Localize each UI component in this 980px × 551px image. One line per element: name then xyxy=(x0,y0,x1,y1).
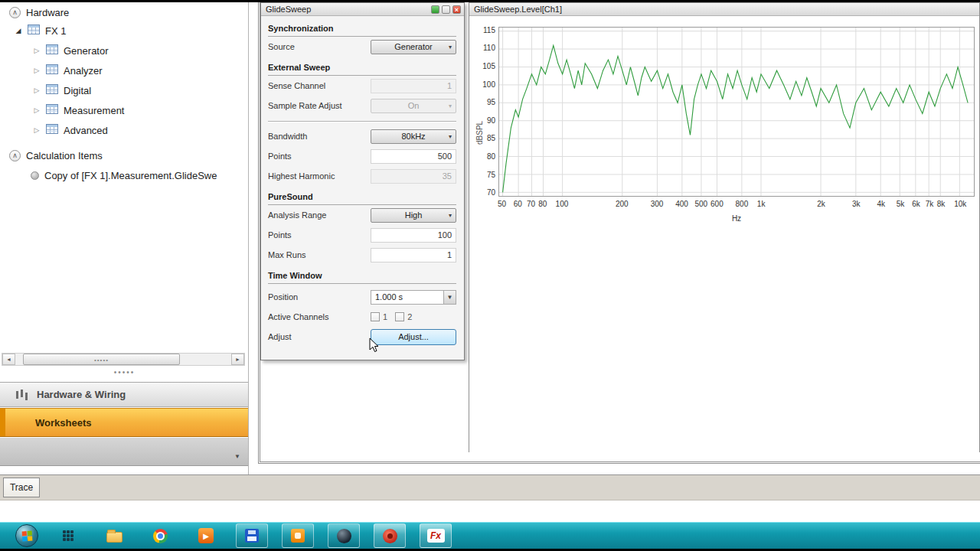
chart-titlebar[interactable]: GlideSweep.Level[Ch1] xyxy=(469,3,979,16)
points-label: Points xyxy=(268,152,371,161)
expander-collapsed-icon[interactable]: ▷ xyxy=(32,106,41,114)
tree-item-copy-glidesweep[interactable]: Copy of [FX 1].Measurement.GlideSwe xyxy=(0,165,248,185)
tree-item-analyzer[interactable]: ▷ Analyzer xyxy=(0,60,248,80)
divider xyxy=(268,121,456,122)
settings-title: GlideSweep xyxy=(266,5,311,14)
chevron-down-icon[interactable]: ▼ xyxy=(234,453,240,460)
nav-overflow-bar[interactable]: ▼ xyxy=(0,438,248,466)
chart-body: dBSPL 707580859095100105110115 506070801… xyxy=(469,16,979,452)
x-tick-label: 1k xyxy=(757,200,766,208)
chevron-down-icon: ▾ xyxy=(449,133,452,140)
expander-collapsed-icon[interactable]: ▷ xyxy=(32,47,41,54)
glidesweep-level-window: GlideSweep.Level[Ch1] dBSPL 707580859095… xyxy=(469,2,980,452)
bandwidth-dropdown[interactable]: 80kHz ▾ xyxy=(371,129,456,144)
close-icon[interactable]: × xyxy=(452,5,461,14)
project-tree-panel: ∧ Hardware ◢ FX 1 ▷ Generator ▷ xyxy=(0,2,249,474)
tree-item-advanced[interactable]: ▷ Advanced xyxy=(0,120,248,140)
max-runs-field[interactable]: 1 xyxy=(371,248,456,262)
tree-item-generator[interactable]: ▷ Generator xyxy=(0,41,248,60)
y-tick-label: 90 xyxy=(469,116,495,125)
fx-app-icon: Fx xyxy=(427,529,445,543)
source-dropdown[interactable]: Generator ▾ xyxy=(371,40,456,54)
taskbar-item-dark-sphere-app[interactable] xyxy=(328,523,360,548)
taskbar-item-orange-app[interactable] xyxy=(282,523,314,548)
sense-channel-field: 1 xyxy=(371,79,456,93)
x-tick-label: 2k xyxy=(817,200,825,208)
y-tick-label: 95 xyxy=(469,98,495,106)
x-tick-label: 4k xyxy=(877,200,885,208)
x-tick-label: 8k xyxy=(937,200,946,208)
chevron-down-icon: ▾ xyxy=(449,103,452,109)
scrollbar-thumb[interactable]: ••••• xyxy=(23,354,180,365)
form-row-position: Position 1.000 s ▼ xyxy=(268,287,456,307)
tree-item-hardware[interactable]: ∧ Hardware xyxy=(0,4,248,21)
x-tick-label: 600 xyxy=(710,200,724,208)
expander-collapsed-icon[interactable]: ▷ xyxy=(32,126,41,134)
analysis-range-value: High xyxy=(405,210,423,220)
collapse-toggle-icon[interactable]: ∧ xyxy=(9,7,21,18)
settings-form: Synchronization Source Generator ▾ Exter… xyxy=(261,16,464,347)
taskbar-item-fx-app[interactable]: Fx xyxy=(420,523,452,548)
scroll-left-button[interactable]: ◄ xyxy=(2,354,15,365)
table-icon xyxy=(46,124,58,136)
form-row-active-channels: Active Channels 1 2 xyxy=(268,307,456,327)
tree-item-label: Generator xyxy=(64,45,109,57)
start-button[interactable] xyxy=(15,524,38,547)
taskbar-item-media-player[interactable]: ▶ xyxy=(190,523,222,548)
table-icon xyxy=(46,84,58,96)
y-tick-label: 70 xyxy=(469,188,495,197)
bandwidth-label: Bandwidth xyxy=(268,132,371,141)
collapse-toggle-icon[interactable]: ∧ xyxy=(9,150,21,161)
chevron-down-icon: ▾ xyxy=(449,44,452,51)
tab-trace[interactable]: Trace xyxy=(3,478,40,497)
tree-item-calculation-items[interactable]: ∧ Calculation Items xyxy=(0,145,248,165)
taskbar-item-chrome[interactable] xyxy=(144,523,176,548)
horizontal-scrollbar[interactable]: ◄ ••••• ► xyxy=(2,353,245,366)
nav-worksheets[interactable]: Worksheets xyxy=(0,408,248,437)
scrollbar-track[interactable]: ••••• xyxy=(15,354,231,365)
expander-expanded-icon[interactable]: ◢ xyxy=(14,27,23,34)
y-tick-label: 80 xyxy=(469,152,495,161)
active-channels-group: 1 2 xyxy=(371,310,456,324)
puresound-points-field[interactable]: 100 xyxy=(371,228,456,243)
splitter-handle[interactable]: ••••• xyxy=(0,369,249,377)
chart-plot-area xyxy=(498,27,975,197)
x-tick-label: 400 xyxy=(675,200,688,208)
points-field[interactable]: 500 xyxy=(371,149,456,164)
channel-2-checkbox[interactable] xyxy=(395,312,404,321)
taskbar-item-explorer[interactable] xyxy=(98,523,130,548)
tree-item-digital[interactable]: ▷ Digital xyxy=(0,80,248,100)
adjust-button[interactable]: Adjust... xyxy=(371,329,456,345)
float-button[interactable] xyxy=(442,5,450,14)
x-tick-label: 7k xyxy=(926,200,934,208)
expander-collapsed-icon[interactable]: ▷ xyxy=(32,67,41,74)
section-puresound: PureSound xyxy=(268,192,456,205)
tree-item-measurement[interactable]: ▷ Measurement xyxy=(0,100,248,120)
chevron-down-icon: ▾ xyxy=(449,212,452,219)
dark-sphere-icon xyxy=(337,529,351,543)
section-external-sweep: External Sweep xyxy=(268,63,456,76)
nav-hardware-wiring[interactable]: Hardware & Wiring xyxy=(0,382,248,407)
position-label: Position xyxy=(268,292,371,302)
settings-titlebar[interactable]: GlideSweep × xyxy=(261,3,464,16)
position-combobox[interactable]: 1.000 s ▼ xyxy=(371,290,456,305)
form-row-source: Source Generator ▾ xyxy=(268,37,456,57)
table-icon xyxy=(46,104,58,116)
form-row-adjust: Adjust Adjust... xyxy=(268,327,456,347)
tree-item-fx1[interactable]: ◢ FX 1 xyxy=(0,21,248,41)
analysis-range-dropdown[interactable]: High ▾ xyxy=(371,208,456,223)
chrome-icon xyxy=(153,529,168,543)
channel-1-checkbox[interactable] xyxy=(371,312,380,321)
expander-collapsed-icon[interactable]: ▷ xyxy=(32,86,41,94)
x-tick-label: 3k xyxy=(852,200,861,208)
dock-button[interactable] xyxy=(431,5,439,14)
scroll-right-button[interactable]: ► xyxy=(231,354,244,365)
taskbar-item-dots-grid[interactable] xyxy=(52,523,84,548)
taskbar-item-save-app[interactable] xyxy=(236,523,268,548)
taskbar-item-red-gear-app[interactable] xyxy=(374,523,406,548)
section-time-window: Time Window xyxy=(268,271,456,284)
y-tick-label: 100 xyxy=(469,80,495,89)
tree-item-label: Analyzer xyxy=(64,65,103,77)
chevron-down-icon[interactable]: ▼ xyxy=(443,290,456,305)
y-tick-label: 75 xyxy=(469,171,495,179)
